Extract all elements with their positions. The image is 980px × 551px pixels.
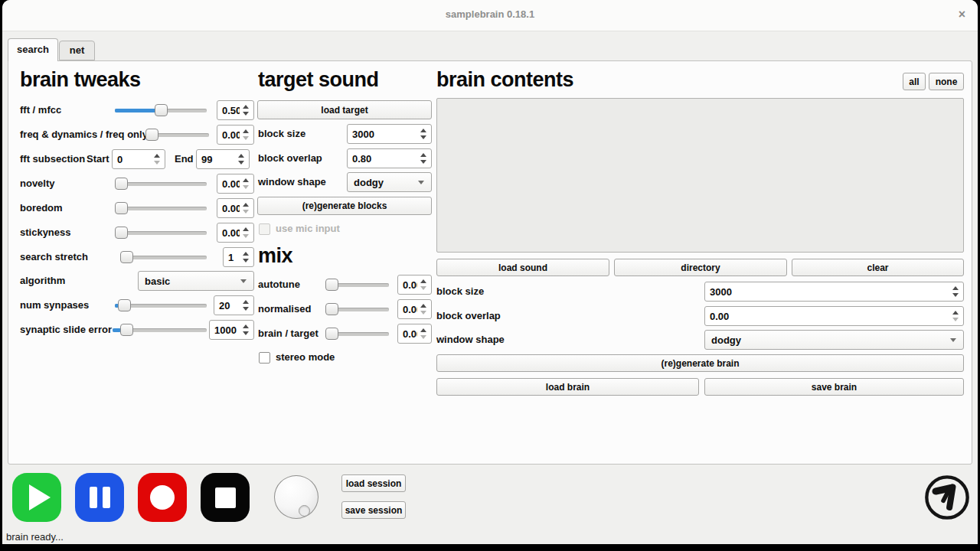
spin-down-icon[interactable]: [154, 161, 160, 165]
spin-value[interactable]: 99: [197, 154, 235, 165]
bc-block-size-spinbox[interactable]: 3000: [704, 282, 964, 302]
close-icon[interactable]: ×: [959, 8, 965, 21]
spin-arrows[interactable]: [151, 154, 165, 165]
boredom-slider[interactable]: [115, 198, 207, 218]
spin-value[interactable]: 3000: [705, 286, 949, 298]
spin-down-icon[interactable]: [243, 307, 249, 311]
spin-arrows[interactable]: [240, 324, 253, 335]
spin-value[interactable]: 20: [214, 300, 240, 311]
slider-handle[interactable]: [120, 324, 133, 336]
select-all-button[interactable]: all: [903, 73, 926, 90]
volume-knob[interactable]: [274, 475, 318, 519]
spin-down-icon[interactable]: [243, 136, 249, 140]
spin-up-icon[interactable]: [420, 304, 426, 308]
stop-button[interactable]: [201, 473, 250, 522]
spin-value[interactable]: 0.00: [217, 178, 240, 190]
spin-up-icon[interactable]: [420, 328, 426, 332]
spin-up-icon[interactable]: [243, 105, 249, 109]
spin-arrows[interactable]: [417, 153, 431, 164]
spin-down-icon[interactable]: [243, 112, 249, 116]
spin-arrows[interactable]: [240, 300, 253, 311]
regenerate-brain-button[interactable]: (re)generate brain: [436, 354, 964, 372]
bc-window-shape-dropdown[interactable]: dodgy: [704, 330, 964, 350]
normalised-spinbox[interactable]: 0.00: [397, 299, 432, 319]
brain-contents-list[interactable]: [436, 98, 964, 253]
spin-up-icon[interactable]: [243, 324, 249, 328]
spin-arrows[interactable]: [235, 154, 249, 165]
brain-target-slider[interactable]: [325, 324, 389, 344]
ts-block-size-spinbox[interactable]: 3000: [347, 124, 432, 144]
spin-up-icon[interactable]: [243, 178, 249, 182]
algorithm-dropdown[interactable]: basic: [138, 271, 254, 291]
spin-value[interactable]: 1000: [210, 324, 240, 336]
ts-block-overlap-spinbox[interactable]: 0.80: [347, 148, 432, 168]
spin-up-icon[interactable]: [238, 154, 244, 158]
spin-up-icon[interactable]: [420, 279, 426, 283]
slider-handle[interactable]: [155, 104, 168, 116]
save-session-button[interactable]: save session: [341, 501, 406, 519]
spin-up-icon[interactable]: [243, 300, 249, 304]
num-synpases-spinbox[interactable]: 20: [214, 295, 254, 315]
spin-value[interactable]: 0.00: [217, 129, 240, 141]
spin-value[interactable]: 0.00: [398, 304, 417, 315]
spin-value[interactable]: 0.80: [348, 153, 417, 165]
spin-arrows[interactable]: [417, 279, 431, 290]
spin-up-icon[interactable]: [952, 286, 959, 290]
stereo-mode-checkbox[interactable]: [259, 352, 270, 364]
spin-down-icon[interactable]: [420, 311, 426, 315]
spin-down-icon[interactable]: [243, 234, 249, 238]
spin-value[interactable]: 0.00: [217, 203, 240, 214]
stickyness-spinbox[interactable]: 0.00: [217, 223, 254, 243]
clear-button[interactable]: clear: [792, 259, 964, 276]
spin-up-icon[interactable]: [154, 154, 160, 158]
tab-net[interactable]: net: [59, 41, 95, 60]
autotune-slider[interactable]: [325, 275, 389, 295]
spin-down-icon[interactable]: [420, 135, 426, 139]
load-brain-button[interactable]: load brain: [436, 378, 699, 396]
slider-handle[interactable]: [120, 251, 133, 263]
novelty-slider[interactable]: [115, 174, 207, 194]
spin-down-icon[interactable]: [243, 331, 249, 335]
spin-up-icon[interactable]: [243, 252, 249, 256]
spin-value[interactable]: 1: [224, 252, 240, 263]
load-session-button[interactable]: load session: [341, 474, 406, 492]
spin-down-icon[interactable]: [952, 318, 959, 321]
save-brain-button[interactable]: save brain: [704, 378, 964, 396]
slider-handle[interactable]: [325, 328, 338, 340]
spin-up-icon[interactable]: [243, 227, 249, 231]
spin-arrows[interactable]: [949, 311, 963, 321]
spin-arrows[interactable]: [417, 304, 431, 315]
freq-dynamics-slider[interactable]: [145, 125, 209, 145]
slider-handle[interactable]: [118, 299, 131, 311]
spin-up-icon[interactable]: [243, 203, 249, 207]
spin-value[interactable]: 0: [113, 154, 151, 165]
fft-start-spinbox[interactable]: 0: [112, 149, 165, 169]
spin-value[interactable]: 3000: [348, 129, 417, 140]
spin-up-icon[interactable]: [420, 153, 426, 157]
novelty-spinbox[interactable]: 0.00: [217, 174, 254, 194]
spin-value[interactable]: 0.00: [398, 328, 417, 340]
regenerate-blocks-button[interactable]: (re)generate blocks: [257, 197, 432, 215]
spin-arrows[interactable]: [240, 178, 253, 189]
spin-down-icon[interactable]: [952, 293, 959, 297]
synaptic-slide-error-spinbox[interactable]: 1000: [209, 320, 254, 340]
tab-search[interactable]: search: [8, 38, 58, 61]
spin-down-icon[interactable]: [420, 286, 426, 290]
num-synpases-slider[interactable]: [115, 295, 207, 315]
slider-handle[interactable]: [145, 129, 158, 141]
use-mic-input-checkbox[interactable]: [259, 223, 270, 235]
search-stretch-slider[interactable]: [120, 247, 207, 267]
fft-end-spinbox[interactable]: 99: [196, 149, 250, 169]
synaptic-slide-error-slider[interactable]: [113, 320, 207, 340]
spin-up-icon[interactable]: [420, 129, 426, 132]
spin-arrows[interactable]: [949, 286, 963, 297]
spin-up-icon[interactable]: [243, 129, 249, 133]
normalised-slider[interactable]: [325, 299, 389, 319]
spin-arrows[interactable]: [240, 203, 253, 214]
spin-arrows[interactable]: [240, 227, 253, 238]
select-none-button[interactable]: none: [929, 73, 964, 90]
spin-up-icon[interactable]: [952, 311, 959, 315]
spin-down-icon[interactable]: [420, 335, 426, 339]
stickyness-slider[interactable]: [115, 223, 207, 243]
spin-down-icon[interactable]: [243, 210, 249, 214]
